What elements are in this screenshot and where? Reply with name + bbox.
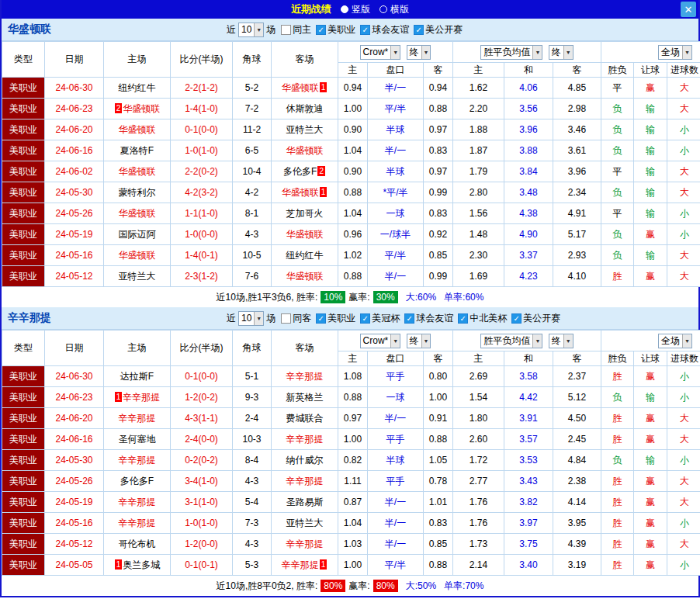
home-team-name: 华盛顿联 [123,103,160,114]
radio-selected-icon[interactable] [341,5,348,13]
matches-table: 类型 日期 主场 比分(半场) 角球 客场 Crow* ▼ 终 ▼ [2,41,700,287]
filter-checkbox[interactable]: ✓美公开赛 [511,312,560,325]
europe-odds-select[interactable]: 胜平负均值 ▼ [480,334,542,348]
europe-draw-odds: 4.23 [504,266,553,287]
filter-checkbox[interactable]: ✓美公开赛 [414,23,463,36]
checkbox-label: 美职业 [327,312,355,325]
home-team-name: 华盛顿联 [119,166,156,177]
subcol-result: 胜负 [601,63,634,78]
footer-summary: 近10场,胜1平3负6, 胜率: [217,291,318,304]
score: 2-2(1-2) [171,78,233,99]
europe-away-odds: 4.14 [553,492,601,513]
handicap-result-cell: 输 [634,450,667,471]
checkbox-icon[interactable]: ✓ [414,25,424,35]
score: 0-1(0-1) [171,555,233,576]
handicap-result-cell: 输 [634,387,667,408]
match-row: 美职业24-06-232华盛顿联1-4(1-0)7-2休斯敦迪1.00平/半0.… [2,99,700,119]
checkbox-icon[interactable] [281,313,291,324]
europe-away-odds: 3.46 [553,119,601,140]
match-count-select[interactable]: 10 ▼ [238,311,264,326]
fullmatch-select[interactable]: 全场 ▼ [658,334,692,348]
match-date: 24-06-30 [45,366,104,387]
checkbox-icon[interactable] [281,25,291,35]
filter-checkbox[interactable]: ✓美职业 [316,312,355,325]
match-date: 24-06-16 [45,140,104,161]
match-count-select[interactable]: 10 ▼ [238,23,264,37]
home-team-name: 亚特兰大 [119,271,156,282]
corner-score: 4-3 [233,224,272,245]
bookmaker-select[interactable]: Crow* ▼ [360,334,401,348]
layout-radio-vertical[interactable]: 竖版 [341,3,370,16]
europe-home-odds: 1.69 [453,266,504,287]
fullmatch-select[interactable]: 全场 ▼ [658,45,692,60]
handicap-result-cell: 输 [634,245,667,266]
asian-home-odds: 0.96 [338,224,368,245]
europe-odds-select[interactable]: 胜平负均值 ▼ [480,45,542,60]
league-type: 美职业 [2,99,45,119]
goals-result-cell: 小 [667,366,700,387]
rank-badge: 1 [115,392,123,402]
checkbox-icon[interactable]: ✓ [316,313,326,324]
filter-checkbox[interactable]: ✓中北美杯 [458,312,507,325]
league-type: 美职业 [2,429,45,450]
handicap-result-cell: 赢 [634,555,667,576]
scope-header: 全场 ▼ [601,42,700,63]
checkbox-icon[interactable]: ✓ [458,313,468,324]
league-type: 美职业 [2,513,45,534]
europe-draw-odds: 4.90 [504,224,553,245]
away-team-cell: 亚特兰大 [272,513,338,534]
bookmaker-value: Crow* [361,335,391,346]
corner-score: 7-2 [233,99,272,119]
filter-checkbox[interactable]: ✓球会友谊 [404,312,453,325]
asian-final-select[interactable]: 终 ▼ [407,334,431,348]
asian-home-odds: 1.03 [338,534,368,555]
result-cell: 胜 [601,513,634,534]
asian-final-select[interactable]: 终 ▼ [407,45,431,60]
bookmaker-select[interactable]: Crow* ▼ [360,45,401,60]
europe-home-odds: 2.69 [453,366,504,387]
league-type: 美职业 [2,245,45,266]
score: 2-4(0-0) [171,429,233,450]
checkbox-icon[interactable]: ✓ [316,25,326,35]
home-team-name: 华盛顿联 [119,250,156,261]
europe-away-odds: 2.37 [553,366,601,387]
filter-checkbox[interactable]: 同客 [281,312,311,325]
near-label: 近 [227,23,236,36]
titlebar: 近期战绩 竖版 横版 ✕ [2,0,698,19]
radio-unselected-icon[interactable] [379,5,387,13]
match-row: 美职业24-05-16华盛顿联1-4(0-1)10-5纽约红牛1.02平/半0.… [2,245,700,266]
filter-checkbox[interactable]: ✓美职业 [316,23,355,36]
asian-handicap-line: 半球 [368,450,424,471]
away-team-name: 华盛顿联 [282,82,319,93]
corner-score: 8-4 [233,450,272,471]
europe-final-select[interactable]: 终 ▼ [549,45,574,60]
section-footer: 近10场,胜1平3负6, 胜率: 10% 赢率: 30% 大:60% 单率:60… [2,287,698,307]
col-corner: 角球 [233,331,272,366]
checkbox-icon[interactable]: ✓ [360,313,370,324]
corner-score: 4-2 [233,182,272,203]
checkbox-label: 美公开赛 [523,312,560,325]
home-team-name: 辛辛那提 [119,413,156,424]
asian-handicap-line: 半球 [368,161,424,182]
handicap-result-cell: 赢 [634,366,667,387]
match-row: 美职业24-06-16圣何塞地2-4(0-0)10-3辛辛那提1.00平手0.8… [2,429,700,450]
handicap-result-cell: 输 [634,140,667,161]
match-row: 美职业24-06-02华盛顿联2-2(0-2)10-4多伦多F20.90半球0.… [2,161,700,182]
subcol-asian-home: 主 [338,63,368,78]
home-team-name: 国际迈阿 [119,229,156,240]
filter-checkbox[interactable]: 同主 [281,23,311,36]
filter-checkbox[interactable]: ✓球会友谊 [360,23,409,36]
filters-bar: 近 10 ▼ 场 同客✓美职业✓美冠杯✓球会友谊✓中北美杯✓美公开赛 [227,311,565,326]
checkbox-icon[interactable]: ✓ [511,313,522,324]
match-date: 24-05-16 [45,513,104,534]
close-icon[interactable]: ✕ [681,2,696,17]
filter-checkbox[interactable]: ✓美冠杯 [360,312,400,325]
profit-rate-badge: 30% [373,291,398,303]
layout-radio-horizontal[interactable]: 横版 [379,3,409,16]
checkbox-icon[interactable]: ✓ [404,313,414,324]
checkbox-icon[interactable]: ✓ [360,25,370,35]
europe-home-odds: 2.30 [453,245,504,266]
away-team-cell: 亚特兰大 [272,119,338,140]
checkbox-label: 同主 [293,23,311,36]
europe-final-select[interactable]: 终 ▼ [549,334,574,348]
